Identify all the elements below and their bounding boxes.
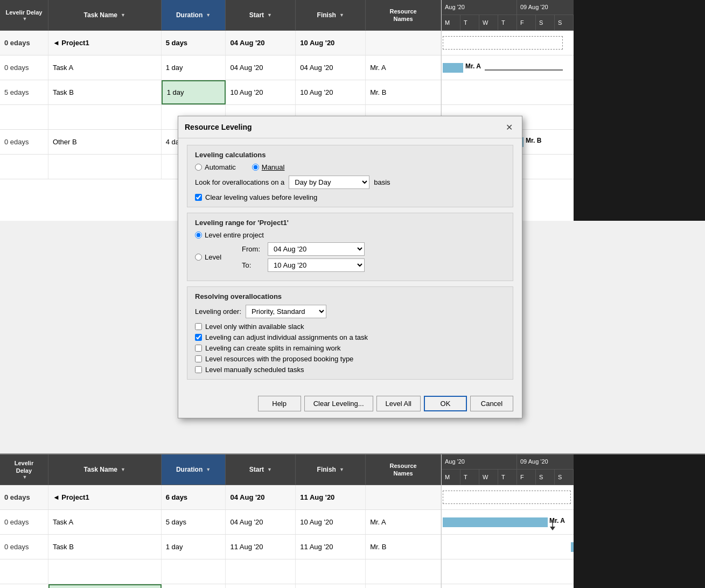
adjust-assignments-label[interactable]: Leveling can adjust individual assignmen… [205,333,368,341]
clear-leveling-checkbox[interactable] [195,194,202,201]
cell-duration-highlighted[interactable]: 1 day [162,80,226,104]
to-date-dropdown[interactable]: 10 Aug '20 [268,258,365,272]
splits-label[interactable]: Leveling can create splits in remaining … [205,344,340,352]
overalloc-dropdown[interactable]: Day by Day Hour by Hour Week by Week Mon… [289,176,369,189]
col-header-levelir[interactable]: Levelir Delay ▼ [0,0,48,30]
cell-taskname[interactable]: Other B [48,130,162,154]
table-row: 5 edays Task B 1 day 10 Aug '20 10 Aug '… [0,80,441,105]
clear-leveling-button[interactable]: Clear Leveling... [304,396,373,411]
cell-taskname[interactable]: Task A [48,510,162,534]
splits-checkbox[interactable] [195,345,202,352]
bottom-chart-header: Aug '20 09 Aug '20 M T W T F S S M T W [442,454,574,485]
date-aug20-top: Aug '20 [442,0,517,15]
bottom-date-aug20: Aug '20 [442,454,517,469]
entire-project-radio[interactable] [195,232,202,239]
leveling-calculations-section: Leveling calculations Automatic Manual L… [187,145,513,207]
manual-radio[interactable] [252,164,259,171]
col-header-taskname[interactable]: Task Name ▼ [48,0,162,30]
cell-duration[interactable]: 6 days [162,485,226,509]
manual-scheduled-label[interactable]: Level manually scheduled tasks [205,366,304,374]
cell-finish: 11 Aug '20 [296,485,366,509]
cell-resource: Mr. B [366,584,441,588]
chart-row: Mr. A [442,55,574,80]
bottom-col-header-start[interactable]: Start ▼ [226,454,296,485]
bottom-col-header-resource: ResourceNames [366,454,441,485]
cell-taskname[interactable]: Task B [48,80,162,104]
leveling-range-section: Leveling range for 'Project1' Level enti… [187,213,513,281]
dialog-buttons: Help Clear Leveling... Level All OK Canc… [178,391,522,418]
chart-row [442,559,574,584]
bottom-col-header-duration[interactable]: Duration ▼ [162,454,226,485]
cell-resource [366,485,441,509]
cell-levelir: 0 edays [0,130,48,154]
bottom-start-sort-icon: ▼ [267,467,272,472]
chart-rows-bottom: Mr. A Mr. B Mr. B [442,485,574,588]
cell-duration[interactable]: 1 day [162,535,226,559]
bottom-gantt-table: LevelirDelay ▼ Task Name ▼ Duration ▼ St… [0,454,442,588]
cell-duration[interactable]: 5 days [162,31,226,55]
cancel-button[interactable]: Cancel [470,396,513,411]
arrow-connector-a [463,67,571,73]
bottom-gantt-chart: Aug '20 09 Aug '20 M T W T F S S M T W [442,454,574,588]
chart-row [442,31,574,55]
bottom-chart-dates-row2: M T W T F S S M T W [442,470,574,485]
automatic-radio-label[interactable]: Automatic [195,163,236,171]
cell-taskname-highlighted[interactable]: Other B [48,584,162,588]
dialog-content: Leveling calculations Automatic Manual L… [178,138,522,391]
cell-levelir [0,105,48,129]
resource-leveling-dialog: Resource Leveling ✕ Leveling calculation… [178,116,522,418]
gantt-bar-task-b-bottom [571,542,574,552]
dialog-close-button[interactable]: ✕ [502,121,515,134]
cell-start: 10 Aug '20 [226,80,296,104]
cell-resource: Mr. A [366,55,441,80]
cell-taskname[interactable]: ◄ Project1 [48,31,162,55]
cell-taskname[interactable]: Task A [48,55,162,80]
checkbox-row-5: Level manually scheduled tasks [195,366,505,374]
help-button[interactable]: Help [258,396,301,411]
automatic-radio[interactable] [195,164,202,171]
adjust-assignments-checkbox[interactable] [195,334,202,341]
manual-scheduled-checkbox[interactable] [195,366,202,373]
clear-leveling-label[interactable]: Clear leveling values before leveling [205,193,317,201]
col-header-duration[interactable]: Duration ▼ [162,0,226,30]
resolving-checkbox-list: Level only within available slack Leveli… [195,323,505,374]
col-header-finish[interactable]: Finish ▼ [296,0,366,30]
cell-duration[interactable]: 4 days [162,584,226,588]
proposed-booking-label[interactable]: Level resources with the proposed bookin… [205,355,353,363]
cell-start: 04 Aug '20 [226,31,296,55]
slack-checkbox[interactable] [195,323,202,330]
cell-start: 04 Aug '20 [226,55,296,80]
leveling-order-dropdown[interactable]: Priority, Standard Standard Priority Onl… [246,305,326,318]
entire-project-radio-row: Level entire project [195,231,505,239]
cell-taskname[interactable]: ◄ Project1 [48,485,162,509]
level-radio[interactable] [195,254,202,261]
calc-mode-radio-group: Automatic Manual [195,163,505,171]
table-row: 0 edays Task A 5 days 04 Aug '20 10 Aug … [0,510,441,535]
level-radio-label[interactable]: Level [195,253,221,261]
from-row: From: 04 Aug '20 [242,242,365,256]
cell-duration[interactable]: 1 day [162,55,226,80]
proposed-booking-checkbox[interactable] [195,355,202,362]
slack-label[interactable]: Level only within available slack [205,323,304,331]
bottom-col-header-finish[interactable]: Finish ▼ [296,454,366,485]
project-outline [443,36,563,50]
gantt-bar-task-a-bottom [443,517,548,527]
cell-levelir: 0 edays [0,55,48,80]
checkbox-row-3: Leveling can create splits in remaining … [195,344,505,352]
cell-duration[interactable]: 5 days [162,510,226,534]
ok-button[interactable]: OK [424,396,467,411]
cell-start: 04 Aug '20 [226,584,296,588]
cell-resource [366,31,441,55]
finish-sort-icon: ▼ [339,12,344,18]
level-all-button[interactable]: Level All [376,396,421,411]
entire-project-radio-label[interactable]: Level entire project [195,231,264,239]
cell-taskname[interactable]: Task B [48,535,162,559]
black-right-panel [574,0,706,221]
from-date-dropdown[interactable]: 04 Aug '20 [268,242,365,256]
col-header-start[interactable]: Start ▼ [226,0,296,30]
bottom-col-header-levelir[interactable]: LevelirDelay ▼ [0,454,48,485]
bottom-col-header-taskname[interactable]: Task Name ▼ [48,454,162,485]
taskname-sort-icon: ▼ [121,12,125,18]
manual-radio-label[interactable]: Manual [252,163,285,171]
bottom-finish-sort-icon: ▼ [339,467,344,472]
